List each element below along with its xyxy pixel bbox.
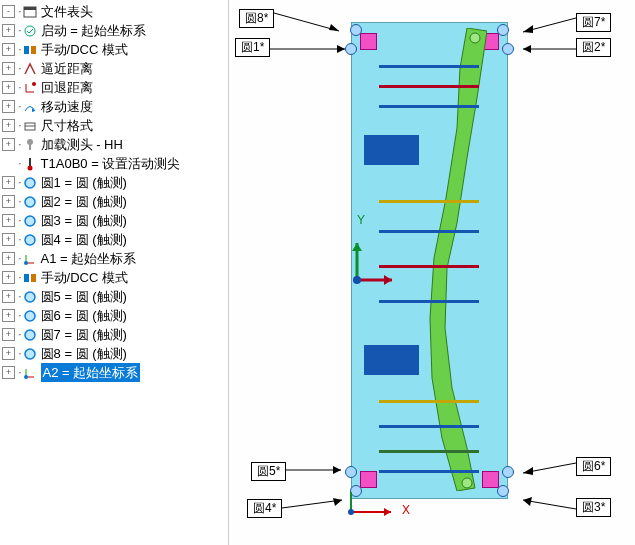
tree-item-label: 圆5 = 圆 (触测): [41, 287, 127, 306]
expand-icon[interactable]: +: [2, 290, 15, 303]
svg-point-16: [25, 235, 35, 245]
feat-circle-3[interactable]: [497, 485, 509, 497]
svg-point-2: [25, 26, 35, 36]
fixture-plate: [351, 22, 508, 499]
tree-item-label: 圆3 = 圆 (触测): [41, 211, 127, 230]
feat-circle-5[interactable]: [345, 466, 357, 478]
tree-item[interactable]: +··尺寸格式: [0, 116, 228, 135]
label-circle-7[interactable]: 圆7*: [521, 10, 611, 35]
tree-item[interactable]: +··手动/DCC 模式: [0, 40, 228, 59]
expand-icon[interactable]: +: [2, 176, 15, 189]
expand-icon[interactable]: +: [2, 81, 15, 94]
expand-icon[interactable]: +: [2, 347, 15, 360]
svg-marker-47: [523, 45, 531, 53]
tree-connector: ··: [18, 268, 20, 287]
collapse-icon[interactable]: -: [2, 5, 15, 18]
axis-label-x: X: [402, 503, 410, 517]
expand-icon[interactable]: +: [2, 43, 15, 56]
label-circle-1[interactable]: 圆1*: [235, 38, 350, 57]
axis-label-y: Y: [357, 213, 365, 227]
expand-icon[interactable]: +: [2, 24, 15, 37]
label-circle-4[interactable]: 圆4*: [247, 498, 347, 518]
tree-item[interactable]: +··移动速度: [0, 97, 228, 116]
svg-point-24: [25, 330, 35, 340]
tree-item-label: 启动 = 起始坐标系: [41, 21, 147, 40]
expand-icon[interactable]: +: [2, 233, 15, 246]
tree-item[interactable]: +··加载测头 - HH: [0, 135, 228, 154]
tree-item-label: 文件表头: [41, 2, 93, 21]
svg-point-28: [24, 375, 28, 379]
feat-circle-2[interactable]: [497, 24, 509, 36]
svg-line-52: [282, 500, 342, 508]
svg-point-5: [32, 82, 36, 86]
label-circle-3[interactable]: 圆3*: [521, 497, 611, 517]
tree-item-label: 手动/DCC 模式: [41, 268, 128, 287]
tree-item[interactable]: +··圆7 = 圆 (触测): [0, 325, 228, 344]
tree-item[interactable]: +··圆6 = 圆 (触测): [0, 306, 228, 325]
expand-icon[interactable]: +: [2, 138, 15, 151]
expand-icon[interactable]: +: [2, 119, 15, 132]
label-circle-8[interactable]: 圆8*: [239, 3, 344, 33]
tree-item[interactable]: +··逼近距离: [0, 59, 228, 78]
expand-icon[interactable]: +: [2, 366, 15, 379]
retract-icon: [23, 80, 38, 95]
expand-icon[interactable]: +: [2, 328, 15, 341]
svg-rect-20: [24, 274, 29, 282]
svg-rect-10: [29, 144, 31, 150]
expand-icon[interactable]: +: [2, 214, 15, 227]
svg-point-25: [25, 349, 35, 359]
circle-icon: [23, 327, 38, 342]
svg-point-13: [25, 178, 35, 188]
tree-item[interactable]: ··T1A0B0 = 设置活动测尖: [0, 154, 228, 173]
tree-item-label: 加载测头 - HH: [41, 135, 123, 154]
tree-item-label: T1A0B0 = 设置活动测尖: [41, 154, 181, 173]
svg-point-22: [25, 292, 35, 302]
label-circle-6[interactable]: 圆6*: [521, 455, 611, 477]
feat-circle-6[interactable]: [502, 466, 514, 478]
tree-connector: ··: [18, 78, 20, 97]
cs-icon: [23, 251, 38, 266]
tree-item[interactable]: +··手动/DCC 模式: [0, 268, 228, 287]
tree-connector: ··: [18, 192, 20, 211]
tree-item[interactable]: +··圆1 = 圆 (触测): [0, 173, 228, 192]
expand-icon[interactable]: +: [2, 195, 15, 208]
expand-icon[interactable]: +: [2, 100, 15, 113]
feat-circle-1[interactable]: [350, 24, 362, 36]
svg-rect-21: [31, 274, 36, 282]
program-tree[interactable]: -··文件表头+··启动 = 起始坐标系+··手动/DCC 模式+··逼近距离+…: [0, 0, 229, 545]
tree-item[interactable]: +··回退距离: [0, 78, 228, 97]
svg-point-23: [25, 311, 35, 321]
tree-item[interactable]: +··圆5 = 圆 (触测): [0, 287, 228, 306]
circle-icon: [23, 346, 38, 361]
label-circle-2[interactable]: 圆2*: [521, 38, 611, 57]
tree-connector: ··: [18, 230, 20, 249]
tree-item[interactable]: +··圆3 = 圆 (触测): [0, 211, 228, 230]
tree-connector: ··: [18, 2, 20, 21]
expand-icon[interactable]: +: [2, 62, 15, 75]
tree-connector: ··: [18, 59, 20, 78]
tree-item[interactable]: +··启动 = 起始坐标系: [0, 21, 228, 40]
tree-item-label: 圆4 = 圆 (触测): [41, 230, 127, 249]
tree-item[interactable]: +··圆8 = 圆 (触测): [0, 344, 228, 363]
svg-line-40: [274, 13, 339, 31]
expand-icon[interactable]: +: [2, 271, 15, 284]
tree-item[interactable]: +··A2 = 起始坐标系: [0, 363, 228, 382]
svg-marker-49: [333, 466, 341, 474]
feat-circle-7[interactable]: [502, 43, 514, 55]
tree-item[interactable]: +··圆2 = 圆 (触测): [0, 192, 228, 211]
tree-item[interactable]: +··圆4 = 圆 (触测): [0, 230, 228, 249]
label-circle-5[interactable]: 圆5*: [251, 460, 346, 482]
tree-item[interactable]: -··文件表头: [0, 2, 228, 21]
tree-connector: ··: [18, 97, 20, 116]
expand-icon[interactable]: +: [2, 252, 15, 265]
graphics-viewport[interactable]: Y X 圆8* 圆7* 圆1* 圆2* 圆5* 圆6* 圆4*: [229, 0, 635, 545]
svg-point-12: [28, 165, 33, 170]
cs-icon: [23, 365, 38, 380]
expand-icon[interactable]: +: [2, 309, 15, 322]
svg-rect-4: [31, 46, 36, 54]
header-icon: [23, 4, 38, 19]
svg-marker-45: [337, 45, 345, 53]
tree-item[interactable]: +··A1 = 起始坐标系: [0, 249, 228, 268]
svg-point-19: [24, 261, 28, 265]
tree-item-label: 圆8 = 圆 (触测): [41, 344, 127, 363]
